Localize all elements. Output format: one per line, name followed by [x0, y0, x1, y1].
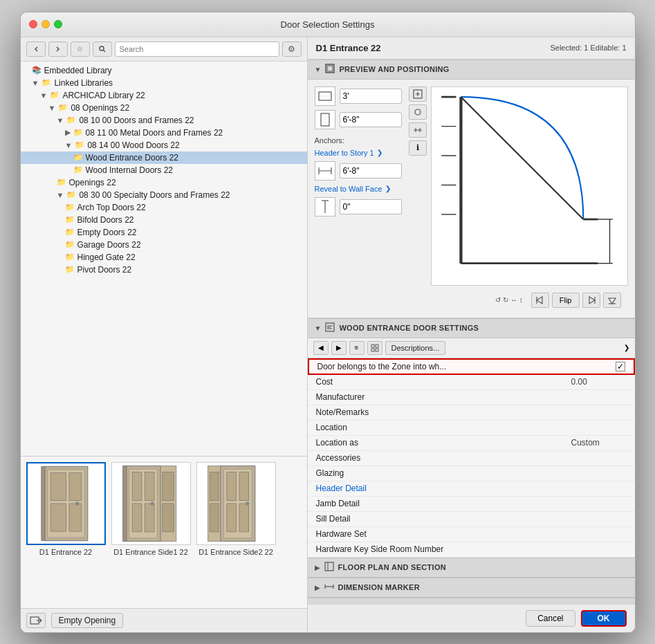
- library-toolbar: ☆ ⚙: [21, 37, 307, 62]
- hardware-key-row: Hardware Key Side Room Number: [308, 542, 635, 558]
- svg-point-44: [415, 109, 421, 115]
- info-btn[interactable]: ℹ: [409, 140, 427, 156]
- maximize-button[interactable]: [54, 20, 62, 28]
- door-preview-canvas: [431, 86, 628, 286]
- flip-button[interactable]: Flip: [552, 293, 580, 308]
- preview-section-header[interactable]: ▼ PREVIEW AND POSITIONING: [308, 59, 635, 80]
- svg-rect-4: [50, 472, 66, 500]
- tree-item-specialty-doors[interactable]: ▼ 📁 08 30 00 Specialty Doors and Frames …: [21, 189, 307, 201]
- thumbnail-d1-side1[interactable]: D1 Entrance Side1 22: [111, 462, 191, 602]
- zone-property-checkbox[interactable]: ✓: [616, 362, 625, 371]
- anchor2-icon: [315, 197, 335, 217]
- wood-door-settings-header[interactable]: ▼ WOOD ENTRANCE DOOR SETTINGS: [308, 318, 635, 338]
- prev-param-btn[interactable]: ◀: [313, 341, 329, 355]
- transform-buttons: ℹ: [409, 86, 427, 156]
- transform-btn-2[interactable]: [409, 104, 427, 120]
- floor-plan-section[interactable]: ▶ FLOOR PLAN AND SECTION: [308, 558, 635, 578]
- settings-toolbar: ◀ ▶ ≡ Descriptions... ❯: [308, 338, 635, 358]
- mirror-left-btn[interactable]: [531, 293, 549, 308]
- thumbnail-label: D1 Entrance Side2 22: [199, 548, 273, 556]
- preview-top-controls: ℹ: [409, 86, 628, 286]
- folder-icon: 📁: [66, 190, 76, 199]
- tree-item-archicad-library[interactable]: ▼ 📁 ARCHICAD Library 22: [21, 89, 307, 102]
- search-toggle-button[interactable]: [93, 42, 112, 57]
- folder-icon: 📁: [58, 103, 68, 112]
- thumbnail-d1-entrance[interactable]: D1 Entrance 22: [26, 462, 106, 602]
- place-button[interactable]: [26, 613, 46, 628]
- height-input[interactable]: [340, 112, 402, 127]
- dimension-marker-label: DIMENSION MARKER: [338, 583, 420, 591]
- tree-item-wood-doors[interactable]: ▼ 📁 08 14 00 Wood Doors 22: [21, 139, 307, 151]
- width-input[interactable]: [340, 89, 402, 104]
- library-icon: 📚: [32, 66, 41, 75]
- nav-forward-button[interactable]: [48, 42, 68, 57]
- tree-item-metal-doors[interactable]: ▶ 📁 08 11 00 Metal Doors and Frames 22: [21, 127, 307, 139]
- thumbnail-d1-side2[interactable]: D1 Entrance Side2 22: [196, 462, 276, 602]
- tree-item-bifold-doors[interactable]: 📁 Bifold Doors 22: [21, 214, 307, 226]
- cost-row: Cost 0.00: [308, 375, 635, 390]
- zone-property-row[interactable]: Door belongs to the Zone into wh... ✓: [308, 358, 635, 375]
- header-detail-row[interactable]: Header Detail: [308, 481, 635, 497]
- tree-item-pivot-doors[interactable]: 📁 Pivot Doors 22: [21, 264, 307, 276]
- home-button[interactable]: ☆: [71, 42, 90, 57]
- close-button[interactable]: [29, 20, 37, 28]
- tree-item-garage-doors[interactable]: 📁 Garage Doors 22: [21, 239, 307, 251]
- param-list-btn[interactable]: ≡: [349, 341, 365, 355]
- cancel-button[interactable]: Cancel: [526, 610, 575, 627]
- hardware-set-row: Hardware Set: [308, 527, 635, 542]
- svg-rect-7: [68, 504, 81, 531]
- transform-btn-1[interactable]: [409, 86, 427, 102]
- search-input[interactable]: [115, 42, 279, 57]
- dimension-marker-section[interactable]: ▶ DIMENSION MARKER: [308, 578, 635, 598]
- tree-item-arch-top-doors[interactable]: 📁 Arch Top Doors 22: [21, 201, 307, 214]
- anchor1-select[interactable]: Header to Story 1: [315, 149, 374, 157]
- tree-item-embedded-library[interactable]: 📚 Embedded Library: [21, 64, 307, 77]
- mirror-right-btn[interactable]: [582, 293, 600, 308]
- svg-point-8: [75, 502, 78, 505]
- tree-item-wood-internal-doors[interactable]: 📁 Wood Internal Doors 22: [21, 164, 307, 176]
- thumbnail-label: D1 Entrance 22: [39, 548, 92, 556]
- tree-item-linked-libraries[interactable]: ▼ 📁 Linked Libraries: [21, 77, 307, 89]
- location-as-row: Location as Custom: [308, 436, 635, 451]
- titlebar: Door Selection Settings: [21, 12, 635, 37]
- svg-rect-27: [226, 504, 236, 532]
- anchor1-dim-input[interactable]: [340, 163, 402, 178]
- flip-horiz-btn[interactable]: [603, 293, 621, 308]
- right-panel-header: D1 Entrance 22 Selected: 1 Editable: 1: [308, 37, 635, 59]
- window-title: Door Selection Settings: [281, 19, 375, 30]
- anchor1-arrow[interactable]: ❯: [377, 149, 382, 156]
- anchor2-dim-input[interactable]: [340, 199, 402, 214]
- folder-icon: 📁: [65, 228, 75, 237]
- left-panel-footer: Empty Opening: [21, 608, 307, 632]
- svg-point-19: [150, 502, 154, 505]
- next-param-btn[interactable]: ▶: [331, 341, 347, 355]
- transform-btn-3[interactable]: [409, 122, 427, 138]
- settings-section-label: WOOD ENTRANCE DOOR SETTINGS: [339, 324, 479, 332]
- library-tree[interactable]: 📚 Embedded Library ▼ 📁 Linked Libraries …: [21, 62, 307, 456]
- folder-icon: 📁: [41, 78, 51, 87]
- nav-back-button[interactable]: [26, 42, 46, 57]
- tree-item-openings-22[interactable]: 📁 Openings 22: [21, 176, 307, 189]
- dim-collapse-arrow: ▶: [315, 584, 320, 591]
- triangle-icon: ▼: [57, 191, 64, 199]
- descriptions-arrow[interactable]: ❯: [624, 344, 629, 351]
- settings-grid-btn[interactable]: [367, 341, 382, 355]
- folder-icon: 📁: [73, 128, 83, 137]
- triangle-icon: ▼: [32, 79, 39, 87]
- anchor2-arrow[interactable]: ❯: [385, 185, 391, 192]
- tree-item-empty-doors[interactable]: 📁 Empty Doors 22: [21, 226, 307, 239]
- anchor2-select[interactable]: Reveal to Wall Face: [315, 185, 382, 193]
- dialog-footer: Cancel OK: [308, 604, 635, 632]
- gear-button[interactable]: ⚙: [282, 42, 302, 57]
- svg-rect-17: [162, 472, 173, 500]
- marker-text-section[interactable]: ▶ A MARKER TEXT STYLE: [308, 598, 635, 604]
- empty-opening-button[interactable]: Empty Opening: [51, 613, 124, 628]
- tree-item-wood-entrance-doors[interactable]: 📁 Wood Entrance Doors 22: [21, 151, 307, 164]
- tree-item-hinged-gate[interactable]: 📁 Hinged Gate 22: [21, 251, 307, 264]
- descriptions-button[interactable]: Descriptions...: [385, 341, 446, 355]
- minimize-button[interactable]: [41, 20, 50, 28]
- jamb-detail-row: Jamb Detail: [308, 497, 635, 512]
- ok-button[interactable]: OK: [581, 610, 627, 627]
- tree-item-openings[interactable]: ▼ 📁 08 Openings 22: [21, 102, 307, 114]
- tree-item-doors-frames[interactable]: ▼ 📁 08 10 00 Doors and Frames 22: [21, 114, 307, 127]
